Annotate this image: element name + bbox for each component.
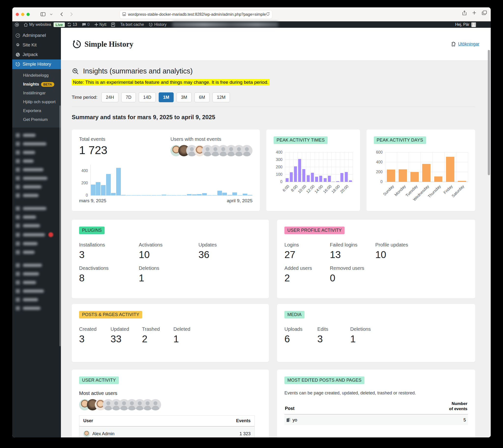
toolbar-right-buttons [462, 11, 487, 17]
most-active-users-label: Most active users [79, 391, 262, 396]
site-menu-item[interactable]: My websitea [21, 21, 54, 28]
stat-activations: Activations10 [139, 242, 198, 260]
stat-installations: Installations3 [79, 242, 139, 260]
subitem-label: Exportera [23, 108, 41, 113]
stat-deletions: Deletions1 [139, 265, 198, 283]
avatar [83, 431, 90, 437]
new-content-menu-item[interactable]: Nytt [92, 21, 109, 28]
wordpress-logo-icon[interactable] [12, 21, 21, 28]
reader-icon[interactable] [122, 12, 126, 17]
media-stats: Uploads6Edits3Deletions1 [284, 326, 468, 344]
stat-trashed: Trashed2 [142, 326, 173, 344]
sidebar-subitem-exportera[interactable]: Exportera [12, 106, 61, 115]
update-count: 13 [73, 22, 77, 27]
updates-menu-item[interactable]: 13 [65, 21, 79, 28]
site-name: My websitea [29, 22, 51, 27]
blurred-menu-item [12, 148, 61, 157]
forward-icon[interactable] [67, 11, 76, 18]
sidebar-toggle-icon[interactable] [39, 11, 47, 18]
tabs-overview-icon[interactable] [482, 11, 487, 17]
minimize-window-button[interactable] [21, 13, 24, 16]
sidebar-item-site-kit[interactable]: Site Kit [12, 40, 61, 50]
most-edited-badge: MOST EDITED POSTS AND PAGES [284, 377, 364, 384]
stat-created: Created3 [79, 326, 110, 344]
subitem-label: Inställningar [23, 91, 46, 96]
blurred-menu-item [12, 278, 61, 287]
cache-label: Ta bort cache [120, 22, 144, 27]
blurred-menu-item [12, 295, 61, 304]
beta-note: Note: This is an experimental beta featu… [72, 80, 475, 85]
stat-updates: Updates36 [198, 242, 258, 260]
page-title-text: Insights (summaries and analytics) [83, 67, 192, 75]
history-clock-icon [149, 23, 153, 27]
back-icon[interactable] [58, 11, 66, 18]
sidebar-subitem-hjälp-och-support[interactable]: Hjälp och support [12, 98, 61, 106]
table-row: Alex Admin1 323 [79, 427, 254, 437]
time-period-button-3m[interactable]: 3M [177, 92, 191, 102]
peak-activity-times-chart: 01002003004006:008:0010:0012:0014:0016:0… [274, 152, 353, 198]
plugins-stats: Installations3Activations10Updates36Deac… [79, 242, 262, 283]
wp-admin-bar: My websitea Live 13 0 Nytt Ta bort cache… [12, 21, 491, 28]
close-window-button[interactable] [16, 13, 19, 16]
extensions-link[interactable]: Utökningar [451, 42, 479, 47]
new-tab-icon[interactable] [472, 11, 476, 17]
wp-sidebar: AdminpanelSite KitJetpackSimple History … [12, 28, 61, 437]
blurred-menu-item [12, 221, 61, 230]
avatar [471, 22, 476, 27]
time-period-button-14d[interactable]: 14D [139, 92, 156, 102]
greeting-text: Hej, Pär [455, 22, 469, 27]
time-period-button-24h[interactable]: 24H [101, 92, 118, 102]
zoom-window-button[interactable] [27, 13, 30, 16]
sidebar-item-jetpack[interactable]: Jetpack [12, 50, 61, 59]
sidebar-item-adminpanel[interactable]: Adminpanel [12, 31, 61, 40]
address-bar[interactable]: wordpress-stable-docker-mariadb.test:828… [120, 10, 272, 19]
app-logo: Simple History [72, 40, 133, 49]
history-menu-item[interactable]: History [146, 21, 169, 28]
sidebar-item-label: Simple History [23, 62, 51, 67]
clear-cache-menu-item[interactable]: Ta bort cache [118, 21, 146, 28]
user-profile-activity-card: USER PROFILE ACTIVITY Logins27Failed log… [277, 220, 475, 298]
reload-icon[interactable] [266, 12, 270, 17]
blurred-menu-items [12, 128, 61, 316]
x-axis-start-label: mars 9, 2025 [79, 198, 106, 203]
page-title: Insights (summaries and analytics) [72, 67, 475, 75]
yoast-menu-item[interactable] [109, 21, 118, 28]
comment-count: 0 [87, 22, 90, 27]
update-icon [67, 23, 71, 27]
chevron-down-icon[interactable] [49, 11, 54, 18]
time-period-button-7d[interactable]: 7D [121, 92, 136, 102]
stat-deletions: Deletions1 [350, 326, 383, 344]
user-activity-card: USER ACTIVITY Most active users User Eve… [72, 370, 269, 437]
page-icon [286, 418, 290, 422]
time-period-button-12m[interactable]: 12M [212, 92, 230, 102]
divider [72, 107, 475, 107]
time-period-button-6m[interactable]: 6M [194, 92, 209, 102]
dashboard-icon [15, 33, 20, 38]
posts-pages-stats: Created3Updated33Trashed2Deleted1 [79, 326, 262, 344]
browser-toolbar: wordpress-stable-docker-mariadb.test:828… [12, 7, 491, 21]
share-icon[interactable] [462, 11, 467, 17]
beta-badge: BETA [41, 82, 54, 87]
sidebar-subitem-inställningar[interactable]: Inställningar [12, 89, 61, 98]
most-edited-card: MOST EDITED POSTS AND PAGES Events can b… [277, 370, 475, 437]
account-menu-item[interactable]: Hej, Pär [455, 22, 476, 27]
jetpack-icon [15, 52, 20, 57]
page-scrollbar[interactable] [488, 50, 490, 175]
most-active-users-avatars [79, 399, 262, 410]
sidebar-item-simple-history[interactable]: Simple History [12, 59, 61, 69]
home-icon [24, 23, 28, 27]
sidebar-subitem-get-premium[interactable]: Get Premium [12, 115, 61, 124]
comments-menu-item[interactable]: 0 [79, 21, 92, 28]
time-period-button-1m[interactable]: 1M [159, 92, 174, 102]
live-badge[interactable]: Live [54, 22, 65, 27]
comments-icon [82, 23, 86, 27]
sidebar-subitem-insights[interactable]: InsightsBETA [12, 80, 61, 89]
sidebar-subitem-händelselogg[interactable]: Händelselogg [12, 71, 61, 80]
sidebar-scrollbar[interactable] [60, 105, 61, 346]
blurred-menu-item [12, 157, 61, 166]
stat-updated: Updated33 [110, 326, 142, 344]
peak-days-badge: PEAK ACTIVITY DAYS [374, 136, 426, 144]
time-period-row: Time period: 24H7D14D1M3M6M12M [72, 92, 475, 102]
sidebar-item-label: Site Kit [23, 43, 37, 48]
blurred-menu-item [12, 174, 61, 183]
